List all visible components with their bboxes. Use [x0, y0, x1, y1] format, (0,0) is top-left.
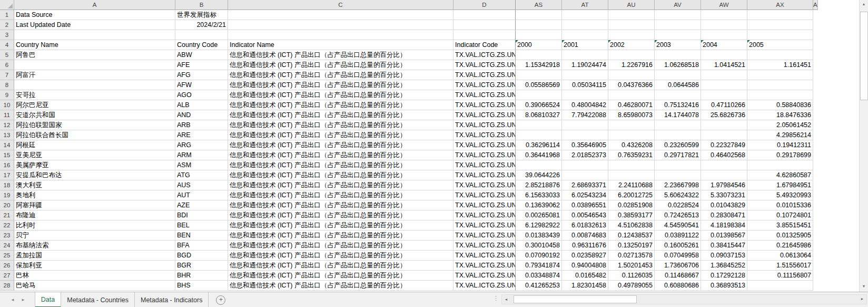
cell[interactable]: 0.75132416 [655, 100, 701, 110]
cell[interactable]: 信息和通信技术 (ICT) 产品出口（占产品出口总量的百分比） [228, 220, 453, 231]
cell[interactable]: 4.62860587 [747, 170, 813, 180]
cell[interactable]: Data Source [14, 10, 175, 20]
cell[interactable]: 0.4326208 [608, 140, 655, 150]
cell[interactable]: 2.68693371 [562, 180, 608, 190]
cell[interactable]: TX.VAL.ICTG.ZS.UN [453, 140, 516, 150]
cell[interactable]: BGR [175, 261, 228, 271]
cell[interactable]: 0.1126035 [608, 271, 655, 281]
cell[interactable]: 0.79341874 [516, 261, 562, 271]
cell[interactable]: 0.01398567 [701, 231, 747, 241]
cell[interactable]: 巴哈马 [14, 281, 175, 291]
cell[interactable]: BGD [175, 251, 228, 261]
cell[interactable]: 1.51556017 [747, 261, 813, 271]
cell[interactable]: TX.VAL.ICTG.ZS.UN [453, 130, 516, 140]
cell[interactable]: 信息和通信技术 (ICT) 产品出口（占产品出口总量的百分比） [228, 261, 453, 271]
cell[interactable]: 39.0644226 [516, 170, 562, 180]
cell[interactable]: 0.58840836 [747, 100, 813, 110]
cell[interactable] [701, 160, 747, 170]
row-header[interactable]: 20 [0, 200, 14, 210]
cell[interactable]: 0.29717821 [655, 150, 701, 160]
cell[interactable]: TX.VAL.ICTG.ZS.UN [453, 251, 516, 261]
cell[interactable]: 5.33073231 [701, 190, 747, 200]
cell[interactable]: 安道尔共和国 [14, 110, 175, 120]
cell[interactable]: TX.VAL.ICTG.ZS.UN [453, 60, 516, 70]
cell[interactable]: 0.01043829 [701, 200, 747, 210]
cell[interactable]: 0.16005261 [655, 241, 701, 251]
cell[interactable]: 8.65980073 [608, 110, 655, 120]
cell[interactable]: 信息和通信技术 (ICT) 产品出口（占产品出口总量的百分比） [228, 170, 453, 180]
cell[interactable]: 信息和通信技术 (ICT) 产品出口（占产品出口总量的百分比） [228, 80, 453, 90]
row-header[interactable]: 1 [0, 10, 14, 20]
cell[interactable]: 澳大利亚 [14, 180, 175, 190]
tab-data[interactable]: Data [35, 292, 61, 307]
cell[interactable]: 0.13639062 [516, 200, 562, 210]
cell[interactable] [747, 20, 813, 30]
cell[interactable] [655, 90, 701, 100]
cell[interactable] [562, 10, 608, 20]
cell[interactable]: 2005 [747, 40, 813, 50]
cell[interactable] [655, 10, 701, 20]
cell[interactable]: BEL [175, 220, 228, 231]
cell[interactable]: 0.03896551 [562, 200, 608, 210]
cell[interactable] [228, 10, 453, 20]
cell[interactable] [747, 30, 813, 40]
cell[interactable]: 0.02713578 [608, 251, 655, 261]
cell[interactable]: 世界发展指标 [175, 10, 228, 20]
cell[interactable]: TX.VAL.ICTG.ZS.UN [453, 170, 516, 180]
row-header[interactable]: 6 [0, 60, 14, 70]
cell[interactable]: Last Updated Date [14, 20, 175, 30]
cell[interactable]: 阿尔巴尼亚 [14, 100, 175, 110]
cell[interactable]: 6.20012725 [608, 190, 655, 200]
cell[interactable]: 0.46280071 [608, 100, 655, 110]
cell[interactable] [608, 50, 655, 60]
cell[interactable] [701, 30, 747, 40]
row-header[interactable]: 25 [0, 251, 14, 261]
cell[interactable]: 信息和通信技术 (ICT) 产品出口（占产品出口总量的百分比） [228, 271, 453, 281]
scroll-up-icon[interactable]: ▲ [860, 0, 868, 8]
cell[interactable] [655, 130, 701, 140]
cell[interactable]: Indicator Code [453, 40, 516, 50]
cell[interactable] [453, 30, 516, 40]
cell[interactable]: 2001 [562, 40, 608, 50]
column-header[interactable]: A [813, 0, 818, 10]
horizontal-scroll-thumb[interactable] [514, 295, 637, 303]
row-header[interactable]: 28 [0, 281, 14, 291]
cell[interactable]: 0.36441968 [516, 150, 562, 160]
cell[interactable]: 布基纳法索 [14, 241, 175, 251]
cell[interactable]: TX.VAL.ICTG.ZS.UN [453, 120, 516, 130]
cell[interactable]: 3.85515451 [747, 220, 813, 231]
cell[interactable] [175, 30, 228, 40]
scroll-right-icon[interactable]: ► [858, 295, 866, 303]
cell[interactable] [747, 160, 813, 170]
cell[interactable]: 阿塞拜疆 [14, 200, 175, 210]
cell[interactable] [562, 90, 608, 100]
row-header[interactable]: 24 [0, 241, 14, 251]
cell[interactable]: 0.0228524 [655, 200, 701, 210]
cell[interactable]: 1.0414521 [701, 60, 747, 70]
cell[interactable]: 0.05586569 [516, 80, 562, 90]
cell[interactable]: 信息和通信技术 (ICT) 产品出口（占产品出口总量的百分比） [228, 150, 453, 160]
cell[interactable]: 1.2267916 [608, 60, 655, 70]
cell[interactable]: 0.01015336 [747, 200, 813, 210]
cell[interactable] [701, 170, 747, 180]
cell[interactable]: 信息和通信技术 (ICT) 产品出口（占产品出口总量的百分比） [228, 251, 453, 261]
cell[interactable]: 0.39066524 [516, 100, 562, 110]
cell[interactable]: 6.15633033 [516, 190, 562, 200]
cell[interactable]: Indicator Name [228, 40, 453, 50]
scroll-left-icon[interactable]: ◄ [502, 295, 510, 303]
cell[interactable]: 2002 [608, 40, 655, 50]
cell[interactable]: 2.85218876 [516, 180, 562, 190]
cell[interactable]: 0.49789055 [608, 281, 655, 291]
cell[interactable]: Country Code [175, 40, 228, 50]
cell[interactable]: 信息和通信技术 (ICT) 产品出口（占产品出口总量的百分比） [228, 110, 453, 120]
cell[interactable] [747, 90, 813, 100]
cell[interactable] [747, 281, 813, 291]
cell[interactable]: 6.02543234 [562, 190, 608, 200]
cell[interactable]: TX.VAL.ICTG.ZS.UN [453, 50, 516, 60]
cell[interactable] [562, 30, 608, 40]
cell[interactable] [562, 130, 608, 140]
cell[interactable] [562, 160, 608, 170]
cell[interactable]: 1.15342918 [516, 60, 562, 70]
cell[interactable] [516, 160, 562, 170]
cell[interactable] [608, 160, 655, 170]
